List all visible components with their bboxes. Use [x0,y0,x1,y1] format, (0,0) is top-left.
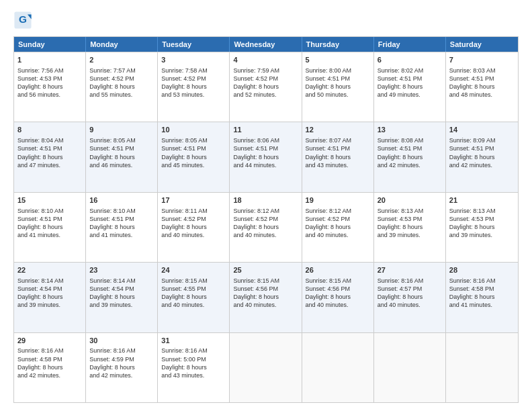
day-info-line: Sunrise: 7:57 AM [89,66,154,75]
day-cell-23: 23Sunrise: 8:14 AMSunset: 4:54 PMDayligh… [86,263,158,332]
day-info-line: Sunrise: 8:11 AM [161,207,226,215]
day-info-line: Sunset: 4:52 PM [233,75,298,83]
day-cell-14: 14Sunrise: 8:09 AMSunset: 4:51 PMDayligh… [446,122,518,191]
day-info-line: Daylight: 8 hours [306,293,370,301]
day-info-line: Sunrise: 8:15 AM [306,277,370,285]
day-info-line: Daylight: 8 hours [161,83,226,91]
day-info-line: Sunrise: 8:10 AM [89,207,154,215]
day-cell-3: 3Sunrise: 7:58 AMSunset: 4:52 PMDaylight… [158,52,230,122]
day-cell-29: 29Sunrise: 8:16 AMSunset: 4:58 PMDayligh… [14,333,86,402]
day-number: 28 [449,265,515,275]
day-info-line: Daylight: 8 hours [161,153,226,161]
day-cell-10: 10Sunrise: 8:05 AMSunset: 4:51 PMDayligh… [158,122,230,191]
day-cell-30: 30Sunrise: 8:16 AMSunset: 4:59 PMDayligh… [86,333,158,402]
day-number: 20 [378,195,442,205]
svg-text:G: G [19,13,27,25]
day-info-line: Sunrise: 8:14 AM [89,277,154,285]
day-cell-18: 18Sunrise: 8:12 AMSunset: 4:52 PMDayligh… [230,193,302,262]
day-info-line: Sunrise: 8:16 AM [449,277,515,285]
day-cell-12: 12Sunrise: 8:07 AMSunset: 4:51 PMDayligh… [302,122,374,191]
day-info-line: Daylight: 8 hours [233,153,298,161]
day-info-line: Sunset: 4:51 PM [449,75,515,83]
day-cell-31: 31Sunrise: 8:16 AMSunset: 5:00 PMDayligh… [158,333,230,402]
day-number: 27 [378,265,442,275]
day-number: 5 [306,55,370,65]
day-info-line: Daylight: 8 hours [449,83,515,91]
day-info-line: Daylight: 8 hours [89,363,154,371]
day-number: 21 [449,195,515,205]
day-cell-6: 6Sunrise: 8:02 AMSunset: 4:51 PMDaylight… [374,52,446,122]
day-number: 13 [378,125,442,135]
logo-icon: G [13,11,32,30]
day-info-line: Sunset: 4:51 PM [378,144,442,152]
day-info-line: and 41 minutes. [449,301,515,309]
day-number: 14 [449,125,515,135]
day-info-line: Daylight: 8 hours [378,293,442,301]
day-number: 19 [306,195,370,205]
day-info-line: and 40 minutes. [161,231,226,239]
day-cell-26: 26Sunrise: 8:15 AMSunset: 4:56 PMDayligh… [302,263,374,332]
day-info-line: and 39 minutes. [449,231,515,239]
day-info-line: Sunrise: 7:59 AM [233,66,298,75]
day-info-line: Daylight: 8 hours [306,83,370,91]
day-info-line: Sunrise: 8:10 AM [17,207,82,215]
calendar-body: 1Sunrise: 7:56 AMSunset: 4:53 PMDaylight… [14,52,518,402]
calendar-header: SundayMondayTuesdayWednesdayThursdayFrid… [14,37,518,52]
day-info-line: Daylight: 8 hours [306,153,370,161]
day-cell-28: 28Sunrise: 8:16 AMSunset: 4:58 PMDayligh… [446,263,518,332]
day-info-line: and 43 minutes. [161,371,226,379]
day-info-line: and 41 minutes. [17,231,82,239]
day-info-line: and 55 minutes. [89,91,154,99]
day-info-line: and 44 minutes. [233,161,298,169]
day-info-line: Sunrise: 8:12 AM [306,207,370,215]
day-number: 31 [161,336,226,346]
day-info-line: Daylight: 8 hours [89,83,154,91]
day-info-line: and 42 minutes. [17,371,82,379]
day-info-line: Sunset: 4:52 PM [233,215,298,223]
day-info-line: Sunrise: 7:56 AM [17,66,82,75]
day-info-line: Sunset: 4:53 PM [449,215,515,223]
day-info-line: and 42 minutes. [449,161,515,169]
empty-cell [230,333,302,402]
day-info-line: Daylight: 8 hours [378,153,442,161]
header-cell-friday: Friday [374,37,446,52]
day-info-line: Sunset: 4:54 PM [17,285,82,293]
day-cell-8: 8Sunrise: 8:04 AMSunset: 4:51 PMDaylight… [14,122,86,191]
day-cell-19: 19Sunrise: 8:12 AMSunset: 4:52 PMDayligh… [302,193,374,262]
day-info-line: Sunset: 4:56 PM [233,285,298,293]
day-info-line: Sunset: 4:51 PM [306,144,370,152]
day-info-line: Sunset: 4:53 PM [378,215,442,223]
day-cell-11: 11Sunrise: 8:06 AMSunset: 4:51 PMDayligh… [230,122,302,191]
day-number: 2 [89,55,154,65]
day-cell-25: 25Sunrise: 8:15 AMSunset: 4:56 PMDayligh… [230,263,302,332]
empty-cell [374,333,446,402]
day-info-line: and 39 minutes. [378,231,442,239]
day-cell-7: 7Sunrise: 8:03 AMSunset: 4:51 PMDaylight… [446,52,518,122]
day-info-line: and 40 minutes. [378,301,442,309]
day-info-line: Sunset: 4:52 PM [161,215,226,223]
day-info-line: and 49 minutes. [378,91,442,99]
day-info-line: Sunrise: 8:06 AM [233,136,298,144]
day-info-line: Sunset: 4:51 PM [233,144,298,152]
day-info-line: Sunset: 4:51 PM [449,144,515,152]
day-info-line: Sunset: 4:58 PM [449,285,515,293]
day-info-line: Daylight: 8 hours [161,223,226,231]
day-number: 22 [17,265,82,275]
calendar-row-3: 15Sunrise: 8:10 AMSunset: 4:51 PMDayligh… [14,192,518,262]
day-info-line: Daylight: 8 hours [449,293,515,301]
day-info-line: Sunrise: 8:05 AM [161,136,226,144]
day-info-line: Sunset: 4:56 PM [306,285,370,293]
day-info-line: Sunset: 4:51 PM [17,144,82,152]
day-info-line: Daylight: 8 hours [89,153,154,161]
day-number: 8 [17,125,82,135]
day-info-line: Sunrise: 8:09 AM [449,136,515,144]
calendar-row-5: 29Sunrise: 8:16 AMSunset: 4:58 PMDayligh… [14,332,518,402]
day-info-line: Daylight: 8 hours [17,293,82,301]
day-info-line: and 39 minutes. [89,301,154,309]
header-cell-monday: Monday [86,37,158,52]
day-cell-15: 15Sunrise: 8:10 AMSunset: 4:51 PMDayligh… [14,193,86,262]
day-cell-22: 22Sunrise: 8:14 AMSunset: 4:54 PMDayligh… [14,263,86,332]
day-info-line: Daylight: 8 hours [161,363,226,371]
day-info-line: and 42 minutes. [89,371,154,379]
header-cell-wednesday: Wednesday [230,37,302,52]
